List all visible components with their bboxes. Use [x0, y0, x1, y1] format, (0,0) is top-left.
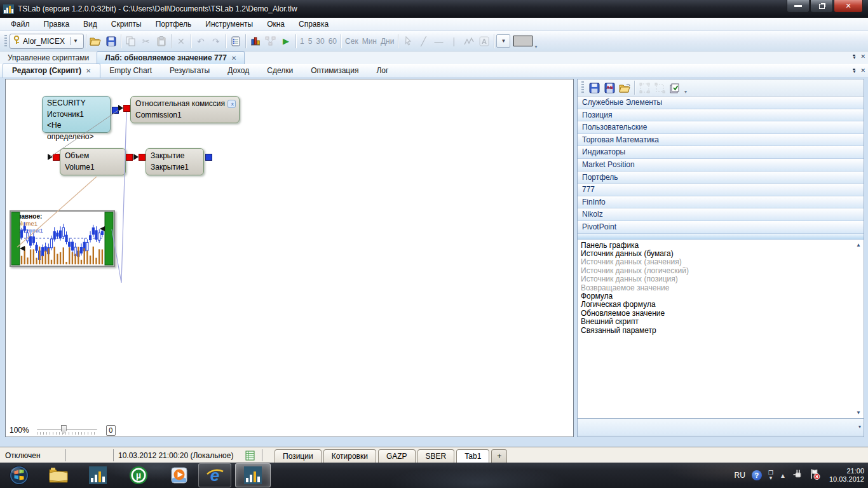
palette-category[interactable]: 777	[578, 184, 864, 196]
quote-tab[interactable]: Котировки	[323, 449, 376, 463]
quote-tab[interactable]: Позиции	[275, 449, 322, 463]
toolbar-overflow-icon[interactable]: ▾	[532, 44, 539, 50]
vline-tool-button[interactable]: |	[446, 34, 461, 49]
palette-category[interactable]: Market Position	[578, 159, 864, 172]
pointer-tool-button[interactable]	[400, 34, 416, 49]
menu-item[interactable]: Инструменты	[198, 18, 260, 30]
block-security[interactable]: SECURITY Источник1 <Не определено>	[42, 96, 111, 133]
interval-button[interactable]: 30	[314, 37, 326, 46]
tabstrip-close-icon[interactable]: ✕	[860, 53, 865, 60]
hline-tool-button[interactable]: —	[431, 34, 446, 49]
media-player-task-button[interactable]	[163, 463, 196, 487]
action-center-flag-icon[interactable]	[809, 468, 820, 482]
text-label-tool-button[interactable]: A	[477, 34, 492, 49]
tab-close-icon[interactable]: ✕	[86, 67, 91, 74]
unit-button[interactable]: Дни	[379, 37, 396, 46]
menu-item[interactable]: Скрипты	[104, 18, 149, 30]
palette-item[interactable]: Внешний скрипт	[581, 318, 851, 326]
view-tab[interactable]: Лог	[367, 64, 397, 78]
menu-item[interactable]: Файл	[4, 18, 37, 30]
chart-button[interactable]	[248, 34, 263, 49]
palette-item[interactable]: Связанный параметр	[581, 327, 851, 335]
unit-button[interactable]: Мин	[360, 37, 379, 46]
quote-tab[interactable]: +	[491, 449, 507, 463]
pane-overflow-icon[interactable]: ▾	[858, 424, 861, 430]
palette-category[interactable]: Портфель	[578, 172, 864, 184]
tray-clock[interactable]: 21:00 10.03.2012	[829, 467, 864, 484]
save-button[interactable]	[104, 34, 119, 49]
ungroup-button[interactable]	[652, 80, 667, 95]
copy-button[interactable]	[123, 34, 139, 49]
output-port-close[interactable]	[205, 154, 212, 161]
menu-item[interactable]: Портфель	[149, 18, 199, 30]
script-editor-canvas[interactable]: SECURITY Источник1 <Не определено> Относ…	[5, 79, 574, 437]
interval-button[interactable]: 60	[327, 37, 339, 46]
menu-item[interactable]: Окна	[260, 18, 292, 30]
scroll-up-icon[interactable]: ▲	[856, 242, 861, 248]
palette-item[interactable]: Панель графика	[581, 241, 851, 250]
menu-item[interactable]: Справка	[292, 18, 336, 30]
paste-button[interactable]	[154, 34, 169, 49]
interval-button[interactable]: 5	[306, 37, 315, 46]
ie-task-button[interactable]: e	[198, 463, 231, 487]
script-graph-button[interactable]	[263, 34, 278, 49]
view-tab[interactable]: Редактор (Скрипт) ✕	[3, 64, 100, 78]
collapse-badge-icon[interactable]: «	[227, 100, 236, 108]
palette-toolbar-overflow-icon[interactable]: ▾	[682, 89, 689, 95]
block-commission[interactable]: Относительная комиссия« Commission1	[130, 96, 240, 123]
power-plug-tray-icon[interactable]	[792, 469, 803, 482]
help-tray-icon[interactable]: ?	[752, 470, 762, 480]
zoom-slider[interactable]	[37, 425, 97, 435]
tab-list-icon[interactable]: ▾	[853, 55, 855, 59]
palette-save-as-button[interactable]: AS	[602, 80, 617, 95]
run-button[interactable]: ▶	[278, 34, 294, 49]
start-button[interactable]	[3, 463, 36, 487]
tabstrip-close-icon[interactable]: ✕	[860, 67, 865, 74]
palette-item[interactable]: Источник данных (значения)	[581, 258, 851, 266]
unit-button[interactable]: Сек	[343, 37, 360, 46]
document-tab[interactable]: Лаб: обновляемое значение 777 ✕	[97, 51, 245, 64]
menu-item[interactable]: Правка	[37, 18, 77, 30]
palette-category[interactable]: Торговая Математика	[578, 134, 864, 147]
show-hidden-icons[interactable]: ▲	[780, 472, 786, 479]
trendline-tool-button[interactable]: ╱	[416, 34, 431, 49]
account-selector[interactable]: Alor_MICEX ▼	[10, 34, 84, 49]
palette-open-button[interactable]	[617, 80, 632, 95]
block-close[interactable]: Закрытие Закрытие1	[146, 148, 204, 175]
palette-category[interactable]: PivotPoint	[578, 221, 864, 234]
palette-item[interactable]: Возвращаемое значение	[581, 284, 851, 292]
title-bar[interactable]: TSLab (версия 1.2.0.0:32bit) - C:\Users\…	[0, 0, 868, 18]
menu-item[interactable]: Вид	[76, 18, 104, 30]
scroll-down-icon[interactable]: ▼	[856, 410, 861, 416]
zoom-value-box[interactable]: 0	[106, 425, 116, 436]
delete-button[interactable]: ✕	[173, 34, 189, 49]
output-port-volume[interactable]	[126, 154, 133, 161]
open-file-button[interactable]	[88, 34, 104, 49]
view-tab[interactable]: Оптимизация	[302, 64, 367, 78]
cut-button[interactable]: ✂	[139, 34, 154, 49]
input-port-volume[interactable]	[53, 154, 60, 161]
quote-tab[interactable]: GAZP	[378, 449, 416, 463]
palette-save-button[interactable]	[587, 80, 602, 95]
palette-item[interactable]: Обновляемое значение	[581, 309, 851, 318]
restore-panel-tray-icon[interactable]: ❐▾	[768, 470, 773, 480]
palette-category[interactable]: FinInfo	[578, 196, 864, 209]
tslab-active-task-button[interactable]	[235, 463, 271, 487]
language-indicator[interactable]: RU	[735, 471, 745, 480]
palette-toolbar-grip[interactable]	[581, 81, 584, 94]
properties-button[interactable]	[228, 34, 243, 49]
view-tab[interactable]: Доход	[219, 64, 258, 78]
palette-item[interactable]: Источник данных (логический)	[581, 267, 851, 275]
palette-item[interactable]: Формула	[581, 292, 851, 301]
palette-item[interactable]: Источник данных (бумага)	[581, 250, 851, 258]
toolbar-grip[interactable]	[4, 35, 7, 48]
palette-item[interactable]: Источник данных (позиция)	[581, 275, 851, 283]
color-swatch[interactable]	[513, 36, 532, 46]
quote-tab[interactable]: Tab1	[456, 449, 489, 463]
close-button[interactable]: ✕	[834, 0, 863, 13]
interval-button[interactable]: 1	[298, 37, 306, 46]
palette-category[interactable]: Nikolz	[578, 208, 864, 221]
tab-list-icon[interactable]: ▾	[853, 69, 855, 73]
minimize-button[interactable]	[787, 0, 810, 13]
palette-item[interactable]: Логическая формула	[581, 301, 851, 309]
